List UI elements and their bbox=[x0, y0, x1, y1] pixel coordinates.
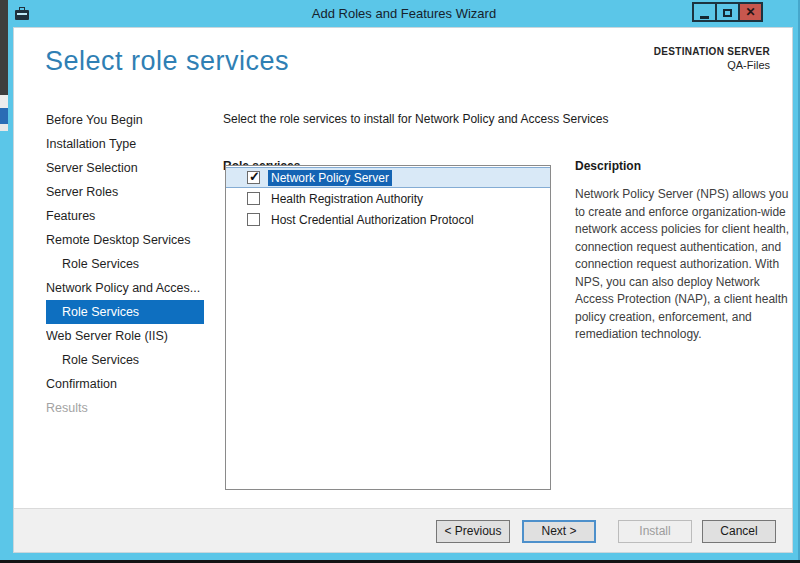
previous-button[interactable]: < Previous bbox=[436, 520, 510, 543]
page-title: Select role services bbox=[45, 46, 289, 77]
checkbox-health-registration-authority[interactable] bbox=[247, 192, 260, 205]
minimize-button[interactable] bbox=[692, 2, 717, 22]
background-sliver-blue bbox=[0, 131, 8, 560]
nav-network-policy-access[interactable]: Network Policy and Acces... bbox=[46, 276, 204, 300]
page-prompt: Select the role services to install for … bbox=[223, 112, 609, 126]
title-bar[interactable]: Add Roles and Features Wizard ✕ bbox=[8, 0, 800, 28]
install-button: Install bbox=[618, 520, 692, 543]
role-row-health-registration-authority[interactable]: Health Registration Authority bbox=[226, 188, 550, 209]
nav-results: Results bbox=[46, 396, 204, 420]
nav-remote-desktop-services[interactable]: Remote Desktop Services bbox=[46, 228, 204, 252]
checkbox-host-credential-authorization-protocol[interactable] bbox=[247, 213, 260, 226]
cancel-button[interactable]: Cancel bbox=[702, 520, 776, 543]
wizard-body: Select role services DESTINATION SERVER … bbox=[14, 28, 792, 552]
nav-features[interactable]: Features bbox=[46, 204, 204, 228]
close-button[interactable]: ✕ bbox=[738, 2, 763, 22]
nav-rds-role-services[interactable]: Role Services bbox=[46, 252, 204, 276]
nav-web-server-role-iis[interactable]: Web Server Role (IIS) bbox=[46, 324, 204, 348]
nav-confirmation[interactable]: Confirmation bbox=[46, 372, 204, 396]
role-label: Host Credential Authorization Protocol bbox=[268, 212, 477, 228]
background-sliver-fragment bbox=[0, 124, 8, 131]
close-icon: ✕ bbox=[740, 4, 761, 20]
maximize-button[interactable] bbox=[715, 2, 740, 22]
description-title: Description bbox=[575, 159, 641, 173]
nav-installation-type[interactable]: Installation Type bbox=[46, 132, 204, 156]
minimize-icon bbox=[700, 16, 709, 19]
window-title: Add Roles and Features Wizard bbox=[8, 0, 800, 28]
screen: Add Roles and Features Wizard ✕ Select r… bbox=[0, 0, 800, 563]
destination-server-value: QA-Files bbox=[654, 59, 770, 71]
nav-npas-role-services-current[interactable]: Role Services bbox=[46, 300, 204, 324]
role-label: Health Registration Authority bbox=[268, 191, 426, 207]
role-label: Network Policy Server bbox=[268, 170, 392, 186]
role-row-network-policy-server[interactable]: ✓ Network Policy Server bbox=[226, 167, 550, 188]
wizard-footer: < Previous Next > Install Cancel bbox=[14, 508, 792, 552]
role-row-host-credential-authorization-protocol[interactable]: Host Credential Authorization Protocol bbox=[226, 209, 550, 230]
wizard-window: Add Roles and Features Wizard ✕ Select r… bbox=[8, 0, 800, 560]
maximize-icon bbox=[723, 9, 732, 17]
nav-iis-role-services[interactable]: Role Services bbox=[46, 348, 204, 372]
next-button[interactable]: Next > bbox=[522, 520, 596, 543]
wizard-steps-nav: Before You Begin Installation Type Serve… bbox=[46, 108, 204, 420]
window-controls: ✕ bbox=[694, 2, 763, 22]
background-sliver-fragment bbox=[0, 108, 8, 124]
destination-server-label: DESTINATION SERVER bbox=[654, 46, 770, 57]
role-services-listbox: ✓ Network Policy Server Health Registrat… bbox=[225, 165, 551, 490]
background-sliver-fragment bbox=[0, 95, 8, 108]
background-sliver-dark bbox=[0, 0, 8, 95]
nav-before-you-begin[interactable]: Before You Begin bbox=[46, 108, 204, 132]
destination-server: DESTINATION SERVER QA-Files bbox=[654, 46, 770, 71]
nav-server-roles[interactable]: Server Roles bbox=[46, 180, 204, 204]
nav-server-selection[interactable]: Server Selection bbox=[46, 156, 204, 180]
checkmark-icon: ✓ bbox=[249, 169, 260, 184]
checkbox-network-policy-server[interactable]: ✓ bbox=[247, 171, 260, 184]
description-text: Network Policy Server (NPS) allows you t… bbox=[575, 186, 791, 344]
